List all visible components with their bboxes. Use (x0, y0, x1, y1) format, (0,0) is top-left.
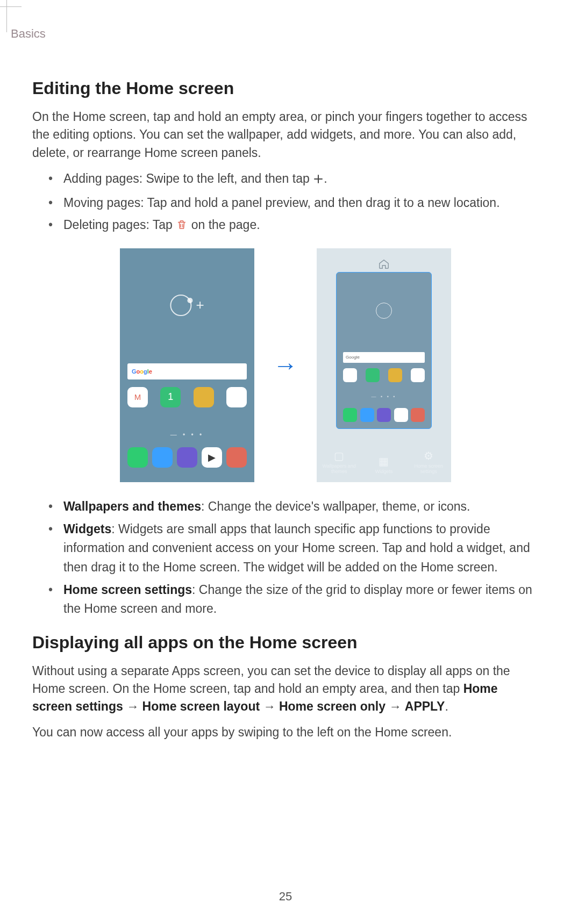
bullet-wallpapers-text: : Change the device's wallpaper, theme, … (201, 499, 470, 513)
app-row-1: M 1 (127, 387, 247, 407)
app-icon (194, 387, 214, 407)
figure-phone-after: Google — • • • ▢ (317, 248, 451, 482)
page-indicator: — • • • (120, 431, 254, 439)
app-icon (411, 368, 425, 382)
bullet-widgets: Widgets: Widgets are small apps that lau… (48, 520, 539, 577)
bullet-adding-pages: Adding pages: Swipe to the left, and the… (48, 169, 539, 190)
app-icon: 1 (160, 387, 181, 407)
bullet-deleting-pages: Deleting pages: Tap on the page. (48, 216, 539, 237)
edit-tabs: ▢ Wallpapers and themes ▦ Widgets ⚙ Home… (317, 450, 451, 475)
bullet-list-1: Adding pages: Swipe to the left, and the… (32, 169, 539, 237)
app-icon (377, 408, 391, 422)
bullet-adding-post: . (324, 171, 327, 185)
weather-widget-icon (376, 303, 392, 319)
panel-preview: Google — • • • (336, 272, 432, 429)
page-left-rule (6, 0, 7, 32)
google-search-bar: Google (343, 352, 425, 363)
p2-b2: Home screen layout (142, 699, 260, 713)
p2-arr3: → (386, 699, 405, 713)
display-apps-paragraph: Without using a separate Apps screen, yo… (32, 662, 539, 716)
tab-label: Widgets (375, 469, 393, 474)
bullet-wallpapers: Wallpapers and themes: Change the device… (48, 497, 539, 517)
app-icon: M (127, 387, 148, 407)
app-row-1 (343, 368, 425, 382)
tab-wallpapers: ▢ Wallpapers and themes (320, 450, 358, 475)
app-icon (388, 368, 402, 382)
app-icon (226, 447, 247, 468)
intro-paragraph: On the Home screen, tap and hold an empt… (32, 108, 539, 162)
page-top-rule (0, 6, 22, 7)
widgets-icon: ▦ (365, 455, 403, 467)
heading-display-all-apps: Displaying all apps on the Home screen (32, 633, 539, 653)
bullet-list-2: Wallpapers and themes: Change the device… (32, 497, 539, 619)
bullet-widgets-label: Widgets (63, 522, 111, 536)
weather-widget-icon: + (170, 295, 204, 316)
app-icon (366, 368, 380, 382)
tab-widgets: ▦ Widgets (365, 455, 403, 475)
bullet-adding-pre: Adding pages: Swipe to the left, and the… (63, 171, 313, 185)
p2-pre: Without using a separate Apps screen, yo… (32, 664, 510, 696)
home-icon (378, 258, 390, 272)
tab-label: Home screen settings (415, 463, 444, 474)
tab-home-settings: ⚙ Home screen settings (410, 450, 447, 475)
p2-b3: Home screen only (279, 699, 386, 713)
page-indicator: — • • • (337, 394, 431, 399)
app-icon (127, 447, 148, 468)
app-icon (152, 447, 173, 468)
arrow-right-icon: → (273, 350, 298, 379)
google-search-bar: Google (127, 363, 247, 379)
bullet-deleting-post: on the page. (188, 218, 260, 232)
bullet-settings-label: Home screen settings (63, 583, 192, 597)
app-icon (177, 447, 197, 468)
dock-row: ▶ (127, 447, 247, 468)
page-number: 25 (0, 890, 571, 904)
p2-post: . (445, 699, 448, 713)
bullet-wallpapers-label: Wallpapers and themes (63, 499, 201, 513)
app-icon (360, 408, 374, 422)
bullet-home-settings: Home screen settings: Change the size of… (48, 581, 539, 619)
app-icon (343, 408, 357, 422)
p2-arr1: → (123, 699, 142, 713)
figure-home-edit: + Google M 1 — • • • ▶ → (32, 248, 539, 482)
display-apps-followup: You can now access all your apps by swip… (32, 724, 539, 741)
section-breadcrumb: Basics (11, 27, 539, 41)
p2-b4: APPLY (405, 699, 445, 713)
figure-phone-before: + Google M 1 — • • • ▶ (120, 248, 254, 482)
trash-icon (176, 217, 188, 237)
google-logo: Google (132, 368, 152, 375)
app-icon (411, 408, 425, 422)
image-icon: ▢ (320, 450, 358, 462)
bullet-moving-pages: Moving pages: Tap and hold a panel previ… (48, 194, 539, 213)
dock-row (343, 408, 425, 422)
app-icon: ▶ (202, 447, 222, 468)
app-icon (226, 387, 247, 407)
gear-icon: ⚙ (410, 450, 447, 462)
bullet-widgets-text: : Widgets are small apps that launch spe… (63, 522, 530, 574)
app-icon (343, 368, 357, 382)
bullet-deleting-pre: Deleting pages: Tap (63, 218, 176, 232)
plus-icon (313, 171, 324, 190)
heading-editing-home: Editing the Home screen (32, 78, 539, 98)
app-icon (394, 408, 408, 422)
tab-label: Wallpapers and themes (323, 463, 356, 474)
p2-arr2: → (260, 699, 279, 713)
